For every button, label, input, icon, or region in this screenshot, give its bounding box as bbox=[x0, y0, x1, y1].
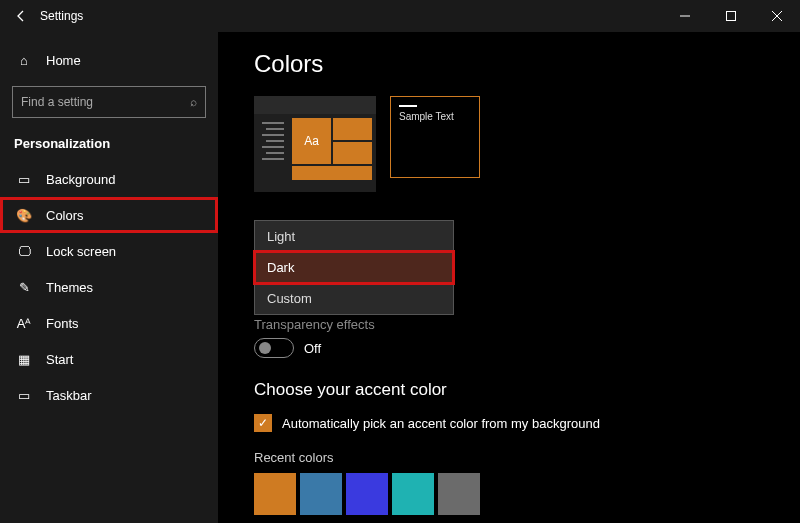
auto-accent-checkbox[interactable]: ✓ bbox=[254, 414, 272, 432]
back-button[interactable] bbox=[6, 9, 36, 23]
color-swatch[interactable] bbox=[438, 473, 480, 515]
transparency-label: Transparency effects bbox=[254, 317, 800, 332]
search-icon: ⌕ bbox=[190, 95, 197, 109]
sidebar-item-start[interactable]: ▦Start bbox=[0, 341, 218, 377]
home-icon: ⌂ bbox=[14, 53, 34, 68]
recent-colors-label: Recent colors bbox=[254, 450, 800, 465]
taskbar-icon: ▭ bbox=[14, 388, 34, 403]
sidebar-item-fonts[interactable]: AᴬFonts bbox=[0, 305, 218, 341]
dropdown-option-dark[interactable]: Dark bbox=[255, 252, 453, 283]
home-label: Home bbox=[46, 53, 81, 68]
sidebar-item-label: Taskbar bbox=[46, 388, 92, 403]
search-box[interactable]: ⌕ bbox=[12, 86, 206, 118]
page-title: Colors bbox=[254, 50, 800, 78]
sidebar-item-colors[interactable]: 🎨Colors bbox=[0, 197, 218, 233]
dropdown-option-custom[interactable]: Custom bbox=[255, 283, 453, 314]
recent-colors bbox=[254, 473, 800, 515]
tile-aa: Aa bbox=[292, 118, 331, 164]
color-swatch[interactable] bbox=[392, 473, 434, 515]
category-label: Personalization bbox=[0, 126, 218, 155]
color-swatch[interactable] bbox=[300, 473, 342, 515]
dropdown-option-light[interactable]: Light bbox=[255, 221, 453, 252]
sidebar-item-themes[interactable]: ✎Themes bbox=[0, 269, 218, 305]
sidebar-item-label: Background bbox=[46, 172, 115, 187]
home-nav[interactable]: ⌂ Home bbox=[0, 42, 218, 78]
maximize-button[interactable] bbox=[708, 0, 754, 32]
color-mode-dropdown[interactable]: LightDarkCustom bbox=[254, 220, 454, 315]
close-button[interactable] bbox=[754, 0, 800, 32]
sidebar-item-label: Colors bbox=[46, 208, 84, 223]
sidebar-item-label: Fonts bbox=[46, 316, 79, 331]
color-swatch[interactable] bbox=[254, 473, 296, 515]
color-swatch[interactable] bbox=[346, 473, 388, 515]
preview-sample: Sample Text bbox=[390, 96, 480, 178]
sidebar-item-label: Lock screen bbox=[46, 244, 116, 259]
sidebar-item-lock-screen[interactable]: 🖵Lock screen bbox=[0, 233, 218, 269]
toggle-state: Off bbox=[304, 341, 321, 356]
sidebar-item-label: Start bbox=[46, 352, 73, 367]
preview-window: Aa bbox=[254, 96, 376, 192]
window-title: Settings bbox=[40, 9, 83, 23]
background-icon: ▭ bbox=[14, 172, 34, 187]
colors-icon: 🎨 bbox=[14, 208, 34, 223]
fonts-icon: Aᴬ bbox=[14, 316, 34, 331]
themes-icon: ✎ bbox=[14, 280, 34, 295]
accent-section-title: Choose your accent color bbox=[254, 380, 800, 400]
sidebar-item-taskbar[interactable]: ▭Taskbar bbox=[0, 377, 218, 413]
minimize-button[interactable] bbox=[662, 0, 708, 32]
start-icon: ▦ bbox=[14, 352, 34, 367]
transparency-toggle[interactable] bbox=[254, 338, 294, 358]
auto-accent-label: Automatically pick an accent color from … bbox=[282, 416, 600, 431]
sidebar-item-label: Themes bbox=[46, 280, 93, 295]
lock-screen-icon: 🖵 bbox=[14, 244, 34, 259]
sidebar-item-background[interactable]: ▭Background bbox=[0, 161, 218, 197]
sample-text: Sample Text bbox=[399, 111, 454, 122]
search-input[interactable] bbox=[21, 95, 190, 109]
color-preview: Aa Sample Text bbox=[254, 96, 800, 192]
svg-rect-1 bbox=[727, 12, 736, 21]
